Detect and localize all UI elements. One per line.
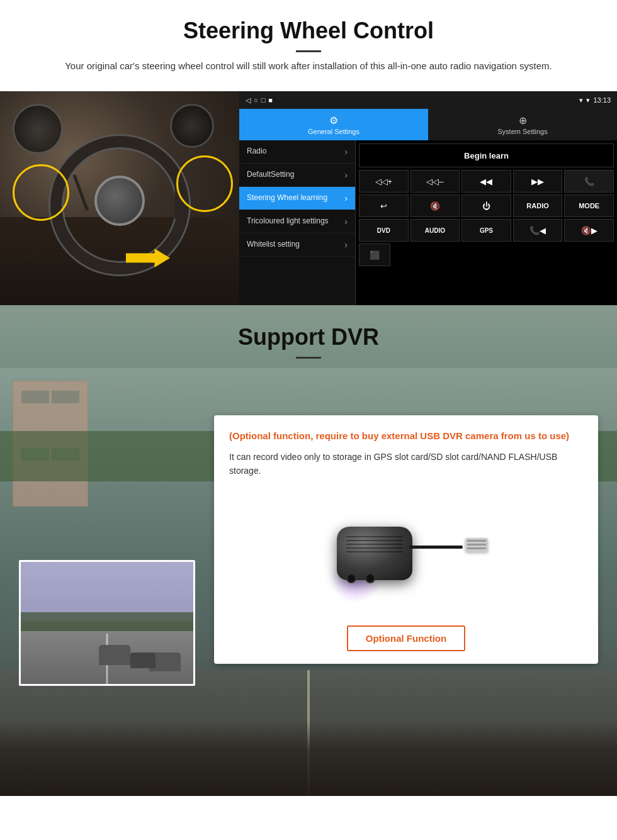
menu-whitelist-label: Whitelist setting	[247, 240, 300, 250]
mute-icon: 🔇	[430, 201, 440, 211]
vol-down-btn[interactable]: ◁◁–	[410, 170, 460, 193]
begin-learn-area: Begin learn	[359, 143, 614, 167]
audio-label: AUDIO	[425, 227, 445, 234]
status-icons: ▾ ▾ 13:13	[579, 96, 611, 104]
tab-bar[interactable]: ⚙ General Settings ⊕ System Settings	[239, 109, 617, 140]
dvr-optional-text: (Optional function, require to buy exter…	[229, 429, 583, 444]
control-row-2: ↩ 🔇 ⏻ RADIO MODE	[359, 194, 614, 217]
chevron-icon-2: ›	[344, 170, 348, 180]
dvr-content-area: (Optional function, require to buy exter…	[0, 371, 617, 749]
dvr-divider	[296, 357, 321, 359]
dvr-camera-area	[229, 490, 583, 616]
tab-system-settings[interactable]: ⊕ System Settings	[428, 109, 617, 140]
camera-body	[337, 527, 412, 580]
optional-function-button[interactable]: Optional Function	[347, 625, 465, 651]
next-icon: ▶▶	[531, 177, 544, 186]
camera-vents	[346, 536, 403, 552]
menu-steering-label: Steering Wheel learning	[247, 193, 327, 203]
vol-up-icon: ◁◁+	[375, 177, 393, 186]
dvd-label: DVD	[377, 227, 390, 234]
chevron-icon-5: ›	[344, 240, 348, 250]
phone-btn[interactable]: 📞	[564, 170, 614, 193]
menu-item-steering[interactable]: Steering Wheel learning ›	[239, 187, 355, 210]
steering-title: Steering Wheel Control	[13, 18, 604, 44]
vol-up-btn[interactable]: ◁◁+	[359, 170, 409, 193]
next-btn[interactable]: ▶▶	[513, 170, 563, 193]
status-bar: ◁ ○ □ ■ ▾ ▾ 13:13	[239, 91, 617, 109]
camera-lens-right	[365, 573, 375, 583]
radio-btn[interactable]: RADIO	[513, 194, 563, 217]
mute-next-btn[interactable]: 🔇▶	[564, 219, 614, 242]
dvr-section: Support DVR (Opt	[0, 305, 617, 796]
dvr-left-column	[19, 384, 201, 730]
dvr-title: Support DVR	[13, 324, 604, 350]
back-icon: ◁	[246, 96, 251, 104]
menu-item-radio[interactable]: Radio ›	[239, 140, 355, 164]
menu-list: Radio › DefaultSetting › Steering Wheel …	[239, 140, 356, 305]
title-divider	[296, 50, 321, 52]
tab-system-label: System Settings	[497, 128, 547, 135]
prev-icon: ◀◀	[480, 177, 492, 186]
wifi-icon: ▾	[586, 96, 590, 104]
audio-btn[interactable]: AUDIO	[410, 219, 460, 242]
menu-item-tricoloured[interactable]: Tricoloured light settings ›	[239, 210, 355, 233]
phone-prev-btn[interactable]: 📞◀	[513, 219, 563, 242]
mute-next-icon: 🔇▶	[581, 226, 597, 235]
optional-function-area: Optional Function	[229, 616, 583, 651]
radio-label: RADIO	[526, 202, 548, 210]
thumbnail-suv	[99, 645, 130, 665]
recents-icon: □	[261, 96, 266, 104]
dvd-btn[interactable]: DVD	[359, 219, 409, 242]
nav-icons: ◁ ○ □ ■	[246, 96, 273, 104]
usb-connector	[465, 538, 488, 552]
begin-learn-label: Begin learn	[464, 151, 509, 160]
menu-default-label: DefaultSetting	[247, 170, 294, 180]
hangup-icon: ↩	[380, 201, 387, 211]
tab-general-settings[interactable]: ⚙ General Settings	[239, 109, 428, 140]
menu-item-defaultsetting[interactable]: DefaultSetting ›	[239, 164, 355, 187]
mode-label: MODE	[579, 202, 599, 210]
tab-general-label: General Settings	[308, 128, 359, 135]
menu-item-whitelist[interactable]: Whitelist setting ›	[239, 233, 355, 257]
phone-icon: 📞	[584, 177, 594, 186]
power-icon: ⏻	[482, 201, 490, 211]
menu-icon: ■	[268, 96, 273, 104]
control-row-1: ◁◁+ ◁◁– ◀◀ ▶▶ 📞	[359, 170, 614, 193]
time-display: 13:13	[593, 96, 611, 104]
dvr-right-column: (Optional function, require to buy exter…	[214, 384, 598, 730]
dvr-description: It can record video only to storage in G…	[229, 450, 583, 478]
chevron-icon-3: ›	[344, 193, 348, 203]
dvr-camera-visual	[312, 496, 501, 610]
dvr-title-area: Support DVR	[0, 305, 617, 371]
menu-radio-label: Radio	[247, 147, 266, 157]
system-settings-icon: ⊕	[519, 115, 527, 126]
steering-wheel-visual	[0, 91, 239, 305]
signal-icon: ▾	[579, 96, 583, 104]
steering-section-header: Steering Wheel Control Your original car…	[0, 0, 617, 91]
mute-btn[interactable]: 🔇	[410, 194, 460, 217]
chevron-icon: ›	[344, 147, 348, 157]
general-settings-icon: ⚙	[329, 115, 338, 126]
android-ui-panel: ◁ ○ □ ■ ▾ ▾ 13:13 ⚙ General Settings ⊕ S…	[239, 91, 617, 305]
thumbnail-trees	[21, 612, 193, 631]
control-row-3: DVD AUDIO GPS 📞◀ 🔇▶	[359, 219, 614, 242]
steering-subtitle: Your original car's steering wheel contr…	[50, 59, 567, 74]
prev-btn[interactable]: ◀◀	[461, 170, 511, 193]
camera-cable	[409, 546, 463, 549]
dvr-icon: ⬛	[370, 250, 380, 260]
gps-label: GPS	[480, 227, 493, 234]
gps-btn[interactable]: GPS	[461, 219, 511, 242]
menu-tricoloured-label: Tricoloured light settings	[247, 216, 329, 227]
hangup-btn[interactable]: ↩	[359, 194, 409, 217]
power-btn[interactable]: ⏻	[461, 194, 511, 217]
menu-controls-area: Radio › DefaultSetting › Steering Wheel …	[239, 140, 617, 305]
thumbnail-car2	[130, 652, 156, 668]
vol-down-icon: ◁◁–	[426, 177, 443, 186]
home-icon: ○	[254, 96, 258, 104]
phone-prev-icon: 📞◀	[529, 226, 546, 235]
camera-lens-left	[346, 573, 356, 583]
dvr-camera-thumbnail	[19, 560, 195, 686]
control-row-4: ⬛	[359, 244, 614, 266]
mode-btn[interactable]: MODE	[564, 194, 614, 217]
dvr-btn[interactable]: ⬛	[359, 244, 390, 266]
